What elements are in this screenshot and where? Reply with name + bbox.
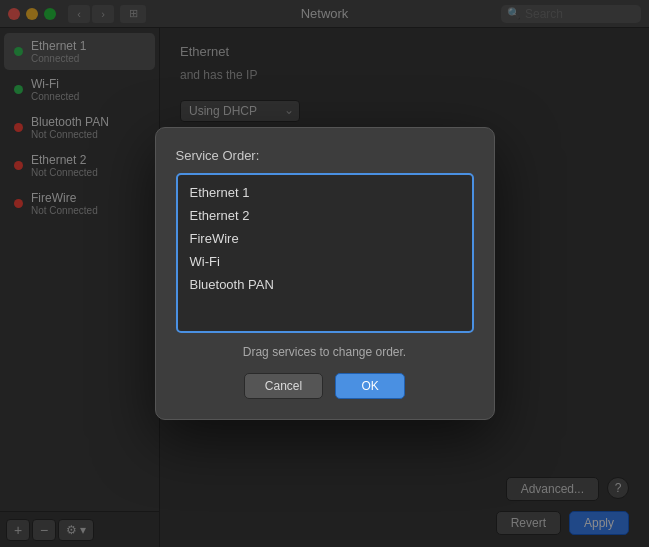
modal-list-item-0[interactable]: Ethernet 1 xyxy=(182,181,468,204)
service-order-modal: Service Order: Ethernet 1Ethernet 2FireW… xyxy=(155,127,495,420)
modal-hint: Drag services to change order. xyxy=(176,345,474,359)
modal-list-item-4[interactable]: Bluetooth PAN xyxy=(182,273,468,296)
modal-list-item-1[interactable]: Ethernet 2 xyxy=(182,204,468,227)
modal-list-item-2[interactable]: FireWire xyxy=(182,227,468,250)
modal-title: Service Order: xyxy=(176,148,474,163)
service-order-list[interactable]: Ethernet 1Ethernet 2FireWireWi-FiBluetoo… xyxy=(176,173,474,333)
modal-overlay: Service Order: Ethernet 1Ethernet 2FireW… xyxy=(0,0,649,547)
modal-buttons: Cancel OK xyxy=(176,373,474,399)
modal-list-item-3[interactable]: Wi-Fi xyxy=(182,250,468,273)
cancel-button[interactable]: Cancel xyxy=(244,373,323,399)
ok-button[interactable]: OK xyxy=(335,373,405,399)
